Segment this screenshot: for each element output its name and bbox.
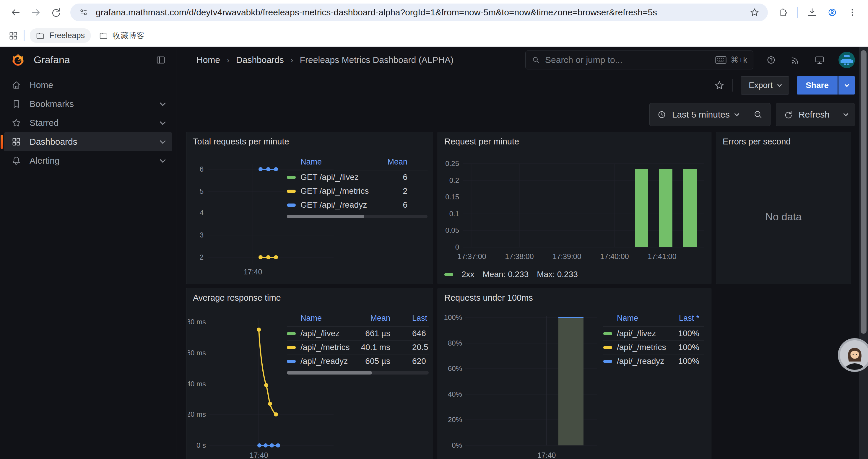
main-area: Home › Dashboards › Freeleaps Metrics Da…: [176, 47, 868, 459]
folder-icon: [99, 31, 108, 40]
panel-average-response-time: Average response time 80 ms 60 ms 40 ms …: [186, 288, 433, 459]
time-range-picker[interactable]: Last 5 minutes: [650, 103, 746, 126]
sidebar-item-home[interactable]: Home: [4, 76, 172, 95]
scrollbar-thumb[interactable]: [861, 50, 867, 334]
reload-icon: [50, 6, 62, 18]
floating-assistant-avatar[interactable]: [838, 338, 868, 372]
series-color-pill: [287, 360, 296, 363]
chevron-down-icon: [160, 138, 166, 144]
refresh-button[interactable]: Refresh: [776, 103, 837, 126]
dashboards-grid-icon: [11, 137, 21, 147]
user-avatar[interactable]: [838, 52, 855, 68]
refresh-icon: [783, 109, 793, 120]
panel-title[interactable]: Errors per second: [716, 132, 851, 151]
sidebar-item-bookmarks[interactable]: Bookmarks: [4, 95, 172, 113]
search-input[interactable]: Search or jump to... ⌘+k: [525, 51, 753, 69]
search-placeholder: Search or jump to...: [545, 55, 622, 65]
share-dropdown-button[interactable]: [838, 76, 855, 95]
forward-button[interactable]: [27, 4, 44, 21]
bookmark-folder-freeleaps[interactable]: Freeleaps: [30, 28, 91, 43]
legend-col-last[interactable]: Last *: [679, 314, 704, 323]
legend-row: GET /api/_/metrics 2: [287, 184, 428, 198]
series-name[interactable]: /api/_/metrics: [301, 342, 360, 352]
series-last: 100%: [678, 342, 704, 352]
series-name[interactable]: /api/_/metrics: [617, 342, 678, 352]
series-mean: 6: [403, 172, 428, 182]
legend-col-name[interactable]: Name: [617, 314, 638, 323]
bookmark-folder-blogs[interactable]: 收藏博客: [93, 28, 150, 44]
breadcrumb: Home › Dashboards › Freeleaps Metrics Da…: [196, 55, 454, 65]
toolbar-divider: [797, 7, 798, 18]
favorite-star-icon[interactable]: [714, 80, 725, 91]
sidebar-collapse-button[interactable]: [155, 55, 166, 65]
svg-text:17:40: 17:40: [250, 451, 268, 459]
series-name[interactable]: /api/_/readyz: [301, 357, 360, 366]
bell-icon: [11, 156, 21, 166]
series-name[interactable]: /api/_/readyz: [617, 357, 678, 366]
svg-text:40%: 40%: [448, 390, 462, 398]
legend-col-name[interactable]: Name: [301, 157, 322, 167]
bookmark-star-icon[interactable]: [749, 7, 760, 18]
profile-button[interactable]: [824, 4, 841, 21]
page-scrollbar[interactable]: [859, 47, 868, 459]
legend-row: /api/_/livez 100%: [603, 326, 704, 340]
browser-menu-button[interactable]: [844, 4, 861, 21]
breadcrumb-dashboards[interactable]: Dashboards: [236, 55, 284, 65]
avatar-image: [838, 52, 855, 68]
panel-request-per-minute: Request per minute 0.25 0.2 0.15: [438, 132, 711, 284]
share-button[interactable]: Share: [797, 76, 838, 95]
zoom-out-button[interactable]: [746, 103, 770, 126]
legend-col-last[interactable]: Last *: [412, 314, 429, 323]
assistant-avatar-image: [840, 340, 868, 370]
time-range-label: Last 5 minutes: [672, 109, 730, 120]
svg-text:20%: 20%: [448, 416, 462, 424]
series-name[interactable]: GET /api/_/metrics: [301, 186, 403, 196]
series-mean: 661 µs: [360, 329, 390, 338]
apps-grid-icon[interactable]: [8, 31, 18, 41]
panel-title[interactable]: Request per minute: [438, 132, 711, 151]
refresh-group: Refresh: [776, 103, 855, 126]
chevron-down-icon: [160, 157, 166, 163]
breadcrumb-home[interactable]: Home: [196, 55, 220, 65]
sidebar-item-starred[interactable]: Starred: [4, 113, 172, 132]
no-data-message: No data: [716, 211, 851, 223]
legend-col-name[interactable]: Name: [301, 314, 360, 323]
series-name[interactable]: /api/_/livez: [617, 329, 678, 338]
sidebar-header: Grafana: [0, 47, 176, 73]
sidebar-item-dashboards[interactable]: Dashboards: [4, 132, 172, 151]
sidebar-item-alerting[interactable]: Alerting: [4, 151, 172, 170]
legend-col-mean[interactable]: Mean: [387, 157, 428, 167]
url-bar[interactable]: grafana.mathmast.com/d/deytv4rwavabkb/fr…: [70, 4, 768, 21]
legend-col-mean[interactable]: Mean: [360, 314, 390, 323]
rss-icon[interactable]: [790, 55, 801, 65]
series-name[interactable]: GET /api/_/livez: [301, 172, 403, 182]
panel-title[interactable]: Requests under 100ms: [438, 288, 711, 307]
series-last: 100%: [678, 357, 704, 366]
extensions-button[interactable]: [774, 4, 791, 21]
header-icons: [766, 52, 855, 68]
back-button[interactable]: [7, 4, 24, 21]
forward-icon: [30, 6, 42, 18]
legend-scrollbar[interactable]: [287, 215, 428, 218]
refresh-interval-button[interactable]: [837, 103, 855, 126]
panel-title[interactable]: Average response time: [186, 288, 433, 307]
help-icon[interactable]: [766, 55, 776, 65]
legend-scrollbar[interactable]: [287, 371, 429, 374]
back-icon: [10, 6, 22, 18]
export-button[interactable]: Export: [741, 76, 789, 95]
series-name[interactable]: 2xx: [462, 270, 474, 279]
series-name[interactable]: /api/_/livez: [301, 329, 360, 338]
panel-total-requests: Total requests per minute 6 5 4 3 2 17:4…: [186, 132, 433, 284]
bookmark-label: Freeleaps: [49, 31, 85, 40]
downloads-button[interactable]: [804, 4, 821, 21]
reload-button[interactable]: [47, 4, 64, 21]
panel-legend: 2xx Mean: 0.233 Max: 0.233: [444, 270, 578, 279]
bookmark-icon: [11, 99, 21, 109]
panel-title[interactable]: Total requests per minute: [186, 132, 433, 151]
grafana-logo-icon[interactable]: [10, 52, 26, 68]
series-name[interactable]: GET /api/_/readyz: [301, 200, 403, 210]
monitor-icon[interactable]: [814, 55, 825, 65]
series-color-pill: [603, 332, 612, 335]
bar-2xx: [659, 169, 673, 247]
sidebar-item-label: Dashboards: [30, 137, 78, 147]
